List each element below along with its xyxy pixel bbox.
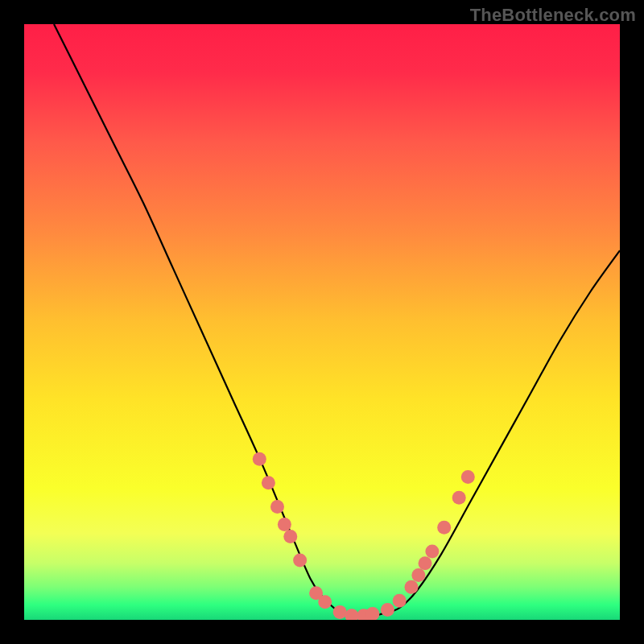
plot-area bbox=[24, 24, 620, 620]
data-dot bbox=[253, 452, 266, 466]
data-dot bbox=[437, 521, 451, 535]
data-dot bbox=[461, 470, 475, 484]
data-dot bbox=[425, 544, 439, 558]
data-dot bbox=[381, 603, 394, 617]
data-dot bbox=[405, 580, 419, 594]
data-dot bbox=[393, 594, 407, 608]
gradient-background bbox=[24, 24, 620, 620]
watermark-label: TheBottleneck.com bbox=[470, 5, 636, 26]
data-dot bbox=[452, 491, 466, 505]
data-dot bbox=[318, 595, 332, 609]
bottleneck-chart bbox=[24, 24, 620, 620]
chart-frame: TheBottleneck.com bbox=[0, 0, 644, 644]
data-dot bbox=[419, 556, 432, 570]
data-dot bbox=[333, 605, 347, 619]
data-dot bbox=[293, 554, 307, 568]
data-dot bbox=[283, 530, 297, 543]
data-dot bbox=[411, 568, 425, 582]
data-dot bbox=[278, 518, 291, 531]
data-dot bbox=[262, 476, 275, 489]
data-dot bbox=[270, 500, 284, 514]
